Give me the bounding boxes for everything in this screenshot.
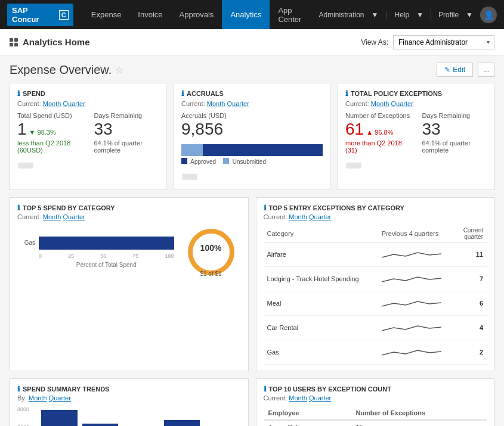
top5-spend-info-icon[interactable]: ℹ: [17, 204, 20, 212]
policy-card-title: ℹ TOTAL POLICY EXCEPTIONS: [345, 89, 487, 98]
favorite-star-icon[interactable]: ☆: [115, 64, 123, 76]
exc-current-val: 11: [455, 242, 487, 266]
top5-exc-title-text: TOP 5 ENTRY EXCEPTIONS BY CATEGORY: [269, 204, 404, 212]
users-table-row: Jason Gabor 15: [264, 420, 487, 426]
top10-month-link[interactable]: Month: [289, 394, 307, 402]
trends-month-link[interactable]: Month: [29, 394, 47, 402]
exc-category: Car Rental: [264, 315, 378, 340]
nav-invoice[interactable]: Invoice: [129, 0, 171, 29]
sap-label: SAP Concur: [12, 6, 55, 24]
spend-title-text: SPEND: [23, 90, 45, 97]
policy-quarter-complete: 64.1% of quarter complete: [422, 139, 487, 154]
top5-spend-current: Current: Month Quarter: [17, 213, 241, 220]
top5-spend-month-link[interactable]: Month: [43, 213, 61, 220]
more-button[interactable]: ...: [478, 63, 494, 77]
sub-header-right: View As: Finance Administrator: [361, 35, 494, 49]
accruals-info-icon[interactable]: ℹ: [181, 89, 184, 98]
bar-label-gas: Gas: [17, 240, 35, 246]
view-as-select[interactable]: Finance Administrator: [393, 35, 494, 49]
avatar-icon: 👤: [484, 10, 494, 20]
accruals-card: ℹ ACCRUALS Current: Month Quarter Accrua…: [174, 83, 330, 190]
exc-current-val: 4: [455, 315, 487, 340]
view-as-select-wrap[interactable]: Finance Administrator: [393, 35, 494, 49]
policy-info-icon[interactable]: ℹ: [345, 89, 348, 98]
policy-quarter-link[interactable]: Quarter: [391, 100, 413, 107]
users-col-employee: Employee: [264, 406, 351, 420]
vertical-divider: [431, 9, 431, 21]
edit-pencil-icon: ✎: [444, 66, 450, 74]
exc-category: Lodging - Track Hotel Spending: [264, 266, 378, 291]
spend-total-label: Total Spend (USD): [17, 112, 82, 119]
title-with-star: Expense Overview. ☆: [10, 63, 123, 77]
middle-charts-row: ℹ TOP 5 SPEND BY CATEGORY Current: Month…: [10, 197, 494, 371]
trends-y-axis: 8000 6000 4000 2000: [17, 406, 29, 426]
spend-total-value: 1: [17, 119, 27, 139]
user-exception-count: 15: [351, 420, 487, 426]
exc-table-row: Airfare 11: [264, 242, 487, 266]
top10-current-period: Current: Month Quarter: [264, 394, 487, 402]
trends-quarter-link[interactable]: Quarter: [49, 394, 71, 402]
nav-expense[interactable]: Expense: [83, 0, 130, 29]
bar-bg-gas: [39, 237, 174, 250]
trends-title-text: SPEND SUMMARY TRENDS: [23, 385, 109, 393]
spend-card: ℹ SPEND Current: Month Quarter Total Spe…: [10, 83, 166, 190]
accruals-current-period: Current: Month Quarter: [181, 100, 323, 107]
top5-exc-quarter-link[interactable]: Quarter: [309, 213, 331, 220]
spend-month-link[interactable]: Month: [43, 100, 61, 107]
spend-quarter-link[interactable]: Quarter: [63, 100, 85, 107]
accruals-legend: Approved Unsubmitted: [181, 158, 323, 165]
exc-sparkline: [378, 340, 456, 364]
analytics-home-title: Analytics Home: [23, 37, 90, 47]
trends-by-period: By: Month Quarter: [17, 394, 241, 402]
top10-title-text: TOP 10 USERS BY EXCEPTION COUNT: [269, 385, 391, 393]
profile-link[interactable]: Profile: [438, 11, 459, 19]
top10-quarter-link[interactable]: Quarter: [309, 394, 331, 402]
approved-legend: Approved: [181, 158, 216, 165]
avatar[interactable]: 👤: [480, 7, 497, 23]
policy-metrics: Number of Exceptions 61 ▲ 96.8% more tha…: [345, 112, 487, 154]
top10-title: ℹ TOP 10 USERS BY EXCEPTION COUNT: [264, 385, 487, 393]
page-content: Expense Overview. ☆ ✎ Edit ... ℹ SPEND C…: [0, 55, 504, 426]
donut-chart: 100% $1 of $1: [181, 225, 241, 277]
trends-info-icon[interactable]: ℹ: [17, 385, 20, 393]
help-link[interactable]: Help: [395, 11, 410, 19]
nav-approvals[interactable]: Approvals: [171, 0, 222, 29]
spend-total-metric: Total Spend (USD) 1 ▼ 98.3% less than Q2…: [17, 112, 82, 154]
svg-point-1: [20, 164, 23, 167]
accruals-quarter-link[interactable]: Quarter: [227, 100, 249, 107]
svg-point-4: [184, 175, 187, 179]
exc-table-row: Gas 2: [264, 340, 487, 364]
user-name: Jason Gabor: [264, 420, 351, 426]
exceptions-table: Category Previous 4 quarters Currentquar…: [264, 225, 487, 365]
nav-app-center[interactable]: App Center: [270, 0, 319, 29]
help-chevron: ▼: [416, 11, 423, 19]
exc-table-row: Meal 6: [264, 291, 487, 315]
trends-title: ℹ SPEND SUMMARY TRENDS: [17, 385, 241, 393]
exceptions-value: 61: [345, 119, 364, 139]
exc-col-current: Currentquarter: [455, 225, 487, 242]
accruals-bar-bg: [181, 144, 323, 156]
exc-sparkline: [378, 242, 456, 266]
top5-exc-month-link[interactable]: Month: [289, 213, 307, 220]
exc-current-val: 6: [455, 291, 487, 315]
apps-grid-icon[interactable]: [10, 38, 18, 46]
admin-link[interactable]: Administration: [319, 11, 364, 19]
top5-exc-title: ℹ TOP 5 ENTRY EXCEPTIONS BY CATEGORY: [264, 204, 487, 212]
edit-button[interactable]: ✎ Edit: [437, 63, 473, 77]
page-title-actions: ✎ Edit ...: [437, 63, 494, 77]
nav-analytics[interactable]: Analytics: [222, 0, 270, 29]
policy-exceptions-metric: Number of Exceptions 61 ▲ 96.8% more tha…: [345, 112, 410, 154]
exc-table-row: Car Rental 4: [264, 315, 487, 340]
top10-info-icon[interactable]: ℹ: [264, 385, 267, 393]
top5-spend-quarter-link[interactable]: Quarter: [63, 213, 85, 220]
policy-month-link[interactable]: Month: [371, 100, 389, 107]
sap-concur-logo: SAP Concur C: [7, 4, 73, 26]
spend-card-title: ℹ SPEND: [17, 89, 159, 98]
exceptions-label: Number of Exceptions: [345, 112, 410, 119]
summary-cards-row: ℹ SPEND Current: Month Quarter Total Spe…: [10, 83, 494, 190]
accruals-month-link[interactable]: Month: [207, 100, 225, 107]
policy-card: ℹ TOTAL POLICY EXCEPTIONS Current: Month…: [338, 83, 494, 190]
spend-info-icon[interactable]: ℹ: [17, 89, 20, 98]
exc-current-val: 7: [455, 266, 487, 291]
top5-exc-info-icon[interactable]: ℹ: [264, 204, 267, 212]
